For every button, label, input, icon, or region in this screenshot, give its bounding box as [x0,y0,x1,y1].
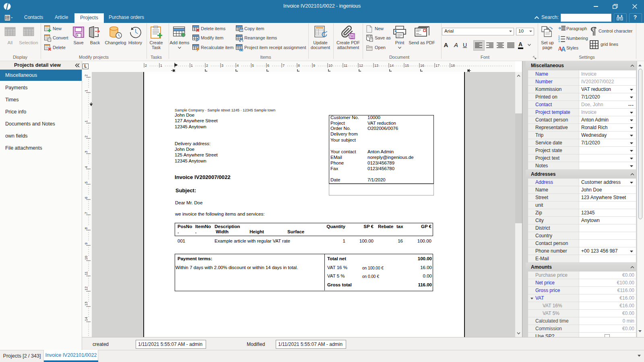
svg-text:1: 1 [84,90,88,92]
svg-text:9: 9 [313,64,315,68]
svg-text:4: 4 [84,166,88,168]
svg-text:12: 12 [359,64,363,68]
svg-text:8: 8 [84,227,88,229]
svg-text:6: 6 [267,64,269,68]
svg-text:3: 3 [558,40,560,42]
svg-text:7: 7 [84,212,88,214]
svg-text:5: 5 [84,181,88,183]
svg-text:11: 11 [84,272,88,275]
svg-text:16: 16 [420,64,424,68]
svg-text:14: 14 [84,317,88,321]
svg-text:3: 3 [221,64,223,68]
svg-text:1: 1 [160,64,162,68]
svg-text:2: 2 [84,74,88,76]
svg-text:1: 1 [191,64,193,68]
svg-text:3: 3 [84,151,88,153]
svg-text:2: 2 [206,64,208,68]
svg-text:5: 5 [252,64,254,68]
svg-text:4: 4 [237,64,239,68]
svg-text:10: 10 [328,64,332,68]
svg-text:18: 18 [451,64,455,68]
svg-text:6: 6 [84,197,88,199]
svg-text:17: 17 [436,64,440,68]
svg-text:11: 11 [344,64,347,68]
svg-text:7: 7 [283,64,285,68]
svg-text:1: 1 [84,120,88,122]
svg-text:13: 13 [374,64,378,68]
svg-text:10: 10 [84,256,88,260]
svg-text:A: A [561,46,566,52]
svg-text:13: 13 [84,302,88,306]
svg-text:2: 2 [145,64,147,68]
svg-text:2: 2 [84,136,88,138]
svg-text:8: 8 [298,64,300,68]
svg-text:9: 9 [84,243,88,245]
svg-text:12: 12 [84,286,88,290]
svg-text:15: 15 [405,64,409,68]
svg-text:14: 14 [390,64,394,68]
